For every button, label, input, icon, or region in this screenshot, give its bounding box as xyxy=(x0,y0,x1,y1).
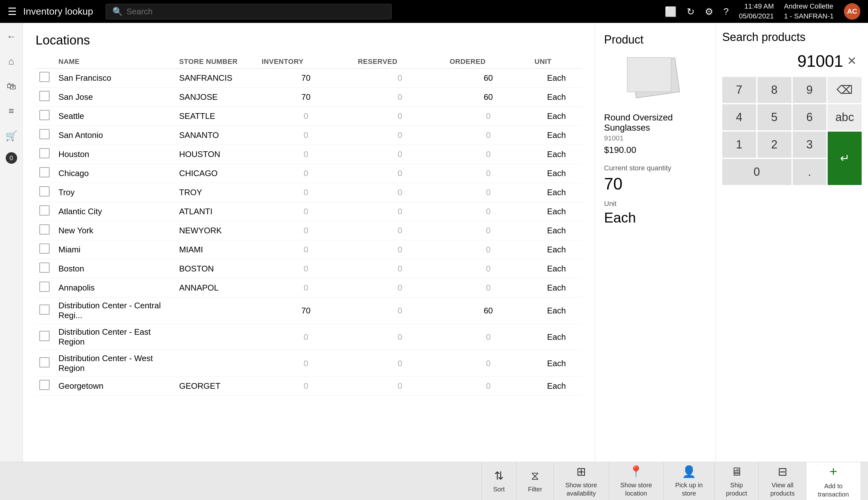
numpad-9[interactable]: 9 xyxy=(793,77,827,103)
avatar[interactable]: AC xyxy=(844,3,860,20)
row-store-number: SANANTO xyxy=(175,126,258,145)
row-inventory: 0 xyxy=(258,259,354,279)
nav-cart-icon[interactable]: 🛒 xyxy=(2,127,20,145)
row-reserved: 0 xyxy=(354,126,446,145)
numpad-6[interactable]: 6 xyxy=(793,104,827,130)
toolbar-ship-product[interactable]: 🖥 Shipproduct xyxy=(714,462,759,500)
numpad-7[interactable]: 7 xyxy=(722,77,756,103)
locations-title: Locations xyxy=(36,33,582,47)
row-checkbox[interactable] xyxy=(39,110,49,120)
row-checkbox[interactable] xyxy=(39,167,49,177)
row-checkbox[interactable] xyxy=(39,205,49,216)
filter-icon: ⧖ xyxy=(531,469,539,482)
toolbar-show-store-availability[interactable]: ⊞ Show storeavailability xyxy=(554,462,609,500)
numpad-0[interactable]: 0 xyxy=(722,159,791,185)
numpad-clear-icon[interactable]: ✕ xyxy=(847,54,857,68)
refresh-icon[interactable]: ↻ xyxy=(687,6,695,17)
table-row[interactable]: Distribution Center - East Region 0 0 0 … xyxy=(36,324,582,350)
nav-orders-icon[interactable]: 🛍 xyxy=(3,78,19,95)
table-row[interactable]: Chicago CHICAGO 0 0 0 Each xyxy=(36,164,582,183)
row-checkbox[interactable] xyxy=(39,72,49,82)
toolbar-view-all-products[interactable]: ⊟ View allproducts xyxy=(759,462,806,500)
row-inventory: 0 xyxy=(258,164,354,183)
table-row[interactable]: Annapolis ANNAPOL 0 0 0 Each xyxy=(36,279,582,297)
locations-table: NAME STORE NUMBER INVENTORY RESERVED ORD… xyxy=(36,55,582,396)
row-checkbox[interactable] xyxy=(39,243,49,254)
table-row[interactable]: Boston BOSTON 0 0 0 Each xyxy=(36,259,582,279)
store-location-label: Show storelocation xyxy=(620,481,652,498)
numpad-dot[interactable]: . xyxy=(793,159,827,185)
table-row[interactable]: Distribution Center - West Region 0 0 0 … xyxy=(36,350,582,377)
table-row[interactable]: Distribution Center - Central Regi... 70… xyxy=(36,297,582,324)
row-checkbox-cell xyxy=(36,377,55,396)
toolbar-pickup-store[interactable]: 👤 Pick up instore xyxy=(664,462,714,500)
toolbar-add-transaction[interactable]: + Add totransaction xyxy=(806,462,860,500)
row-store-number xyxy=(175,297,258,324)
row-checkbox[interactable] xyxy=(39,380,49,390)
nav-list-icon[interactable]: ≡ xyxy=(5,102,17,120)
numpad-1[interactable]: 1 xyxy=(722,132,756,158)
row-checkbox[interactable] xyxy=(39,357,49,367)
row-reserved: 0 xyxy=(354,69,446,88)
row-checkbox[interactable] xyxy=(39,148,49,158)
product-id: 91001 xyxy=(604,134,707,143)
toolbar-sort[interactable]: ⇅ Sort xyxy=(481,462,516,500)
row-checkbox[interactable] xyxy=(39,282,49,292)
row-store-number: GEORGET xyxy=(175,377,258,396)
table-row[interactable]: Troy TROY 0 0 0 Each xyxy=(36,183,582,202)
table-row[interactable]: Miami MIAMI 0 0 0 Each xyxy=(36,240,582,259)
store-availability-icon: ⊞ xyxy=(576,465,586,478)
row-store-number: SANFRANCIS xyxy=(175,69,258,88)
row-checkbox[interactable] xyxy=(39,331,49,341)
table-row[interactable]: Georgetown GEORGET 0 0 0 Each xyxy=(36,377,582,396)
row-checkbox[interactable] xyxy=(39,263,49,273)
row-checkbox[interactable] xyxy=(39,186,49,196)
help-icon[interactable]: ? xyxy=(724,6,729,17)
row-unit: Each xyxy=(531,350,582,377)
table-row[interactable]: San Jose SANJOSE 70 0 60 Each xyxy=(36,88,582,107)
row-checkbox-cell xyxy=(36,259,55,279)
table-row[interactable]: New York NEWYORK 0 0 0 Each xyxy=(36,221,582,240)
row-checkbox-cell xyxy=(36,350,55,377)
toolbar-show-store-location[interactable]: 📍 Show storelocation xyxy=(609,462,664,500)
row-name: Georgetown xyxy=(55,377,175,396)
row-checkbox[interactable] xyxy=(39,224,49,235)
numpad-5[interactable]: 5 xyxy=(758,104,791,130)
search-bar[interactable]: 🔍 xyxy=(106,4,391,19)
table-row[interactable]: Seattle SEATTLE 0 0 0 Each xyxy=(36,107,582,126)
nav-back-icon[interactable]: ← xyxy=(3,28,19,45)
search-input[interactable] xyxy=(126,7,385,16)
product-img-front xyxy=(627,57,671,92)
col-unit: UNIT xyxy=(531,55,582,69)
search-icon: 🔍 xyxy=(113,7,122,16)
row-ordered: 60 xyxy=(446,88,531,107)
settings-icon[interactable]: ⚙ xyxy=(705,6,713,17)
row-ordered: 0 xyxy=(446,279,531,297)
table-row[interactable]: San Francisco SANFRANCIS 70 0 60 Each xyxy=(36,69,582,88)
table-row[interactable]: Atlantic City ATLANTI 0 0 0 Each xyxy=(36,202,582,221)
numpad-4[interactable]: 4 xyxy=(722,104,756,130)
locations-panel: Locations NAME STORE NUMBER INVENTORY RE… xyxy=(23,23,595,462)
menu-icon[interactable]: ☰ xyxy=(8,5,17,18)
row-checkbox[interactable] xyxy=(39,91,49,101)
row-reserved: 0 xyxy=(354,88,446,107)
table-row[interactable]: San Antonio SANANTO 0 0 0 Each xyxy=(36,126,582,145)
row-unit: Each xyxy=(531,377,582,396)
row-checkbox[interactable] xyxy=(39,129,49,139)
row-checkbox[interactable] xyxy=(39,305,49,315)
row-name: Seattle xyxy=(55,107,175,126)
numpad-2[interactable]: 2 xyxy=(758,132,791,158)
numpad-3[interactable]: 3 xyxy=(793,132,827,158)
numpad-backspace[interactable]: ⌫ xyxy=(828,77,861,103)
row-reserved: 0 xyxy=(354,279,446,297)
numpad-8[interactable]: 8 xyxy=(758,77,791,103)
table-row[interactable]: Houston HOUSTON 0 0 0 Each xyxy=(36,145,582,164)
numpad-enter[interactable]: ↵ xyxy=(828,132,861,185)
nav-home-icon[interactable]: ⌂ xyxy=(5,53,17,70)
table-header-row: NAME STORE NUMBER INVENTORY RESERVED ORD… xyxy=(36,55,582,69)
numpad-abc[interactable]: abc xyxy=(828,104,861,130)
row-checkbox-cell xyxy=(36,279,55,297)
monitor-icon[interactable]: ⬜ xyxy=(665,6,677,17)
toolbar-filter[interactable]: ⧖ Filter xyxy=(516,462,553,500)
product-panel-title: Product xyxy=(604,33,707,46)
